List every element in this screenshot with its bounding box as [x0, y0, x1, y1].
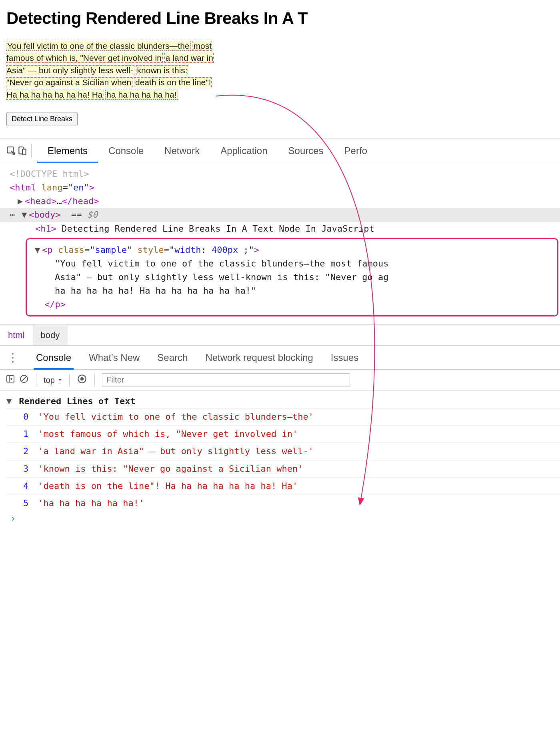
dom-h1-text: Detecting Rendered Line Breaks In A Text…	[62, 224, 374, 234]
sample-line: You fell victim to one of the classic bl…	[6, 41, 190, 50]
tab-performance[interactable]: Perfo	[334, 138, 378, 163]
drawer-tabbar: ⋮ Console What's New Search Network requ…	[0, 346, 560, 370]
console-group-title: Rendered Lines of Text	[19, 396, 135, 406]
dom-text-line: "You fell victim to one of the classic b…	[35, 257, 552, 270]
console-line: 2 'a land war in Asia" — but only slight…	[6, 443, 560, 460]
divider	[69, 374, 70, 386]
dom-body-row[interactable]: ⋯▼<body> == $0	[0, 208, 560, 222]
elements-breadcrumb[interactable]: html body	[0, 325, 560, 346]
console-toolbar: top	[0, 370, 560, 391]
drawer-tab-issues[interactable]: Issues	[328, 346, 361, 370]
console-line: 1 'most famous of which is, "Never get i…	[6, 425, 560, 443]
console-context-select[interactable]: top	[44, 376, 62, 385]
console-line: 0 'You fell victim to one of the classic…	[6, 408, 560, 425]
tab-elements[interactable]: Elements	[37, 138, 98, 163]
tab-console[interactable]: Console	[98, 138, 154, 163]
console-line: 3 'known is this: "Never go against a Si…	[6, 460, 560, 477]
svg-point-5	[80, 377, 84, 381]
breadcrumb-body[interactable]: body	[33, 325, 68, 345]
console-output[interactable]: ▼ Rendered Lines of Text 0 'You fell vic…	[0, 391, 560, 533]
console-filter-input[interactable]	[102, 373, 350, 387]
dom-highlighted-node[interactable]: ▼<p class="sample" style="width: 400px ;…	[26, 238, 558, 316]
collapse-icon[interactable]: ▼	[6, 395, 14, 408]
detect-line-breaks-button[interactable]: Detect Line Breaks	[6, 112, 78, 126]
divider	[94, 374, 95, 386]
devtools-tabbar: Elements Console Network Application Sou…	[0, 138, 560, 163]
console-line: 5 'ha ha ha ha ha ha!'	[6, 495, 560, 512]
divider	[31, 144, 32, 158]
page-title: Detecting Rendered Line Breaks In A T	[6, 9, 554, 28]
drawer-tab-network-blocking[interactable]: Network request blocking	[203, 346, 315, 370]
drawer-tab-console[interactable]: Console	[34, 346, 74, 370]
console-prompt-icon[interactable]: ›	[6, 512, 560, 525]
devtools-panel: Elements Console Network Application Sou…	[0, 138, 560, 533]
drawer-menu-icon[interactable]: ⋮	[5, 351, 21, 364]
live-expression-icon[interactable]	[77, 374, 87, 386]
expand-icon[interactable]: ▶	[18, 194, 25, 208]
collapse-icon[interactable]: ▼	[22, 208, 29, 222]
elements-dom-tree[interactable]: <!DOCTYPE html> <html lang="en"> ▶<head>…	[0, 163, 560, 325]
console-sidebar-toggle-icon[interactable]	[6, 374, 15, 386]
device-toggle-icon[interactable]	[17, 145, 28, 156]
dom-text-line: ha ha ha ha ha! Ha ha ha ha ha ha ha!"	[35, 284, 552, 298]
console-line: 4 'death is on the line"! Ha ha ha ha ha…	[6, 477, 560, 495]
svg-rect-2	[22, 149, 26, 154]
inspect-icon[interactable]	[6, 145, 17, 156]
tab-network[interactable]: Network	[154, 138, 210, 163]
sample-line: ha ha ha ha ha ha!	[106, 90, 177, 99]
dom-doctype: <!DOCTYPE html>	[10, 169, 89, 179]
clear-console-icon[interactable]	[19, 374, 29, 386]
breadcrumb-html[interactable]: html	[0, 325, 33, 345]
sample-paragraph: You fell victim to one of the classic bl…	[6, 40, 214, 101]
drawer-tab-whatsnew[interactable]: What's New	[86, 346, 142, 370]
dom-text-line: Asia" — but only slightly less well-know…	[35, 270, 552, 284]
tab-application[interactable]: Application	[210, 138, 278, 163]
divider	[36, 374, 36, 386]
drawer-tab-search[interactable]: Search	[155, 346, 190, 370]
tab-sources[interactable]: Sources	[278, 138, 334, 163]
collapse-icon[interactable]: ▼	[35, 243, 42, 257]
